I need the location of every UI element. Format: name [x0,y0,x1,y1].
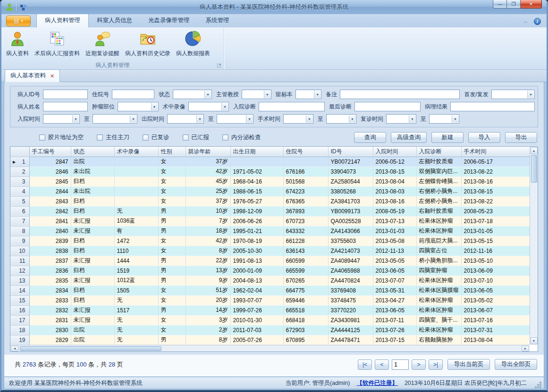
checkbox-已汇报[interactable]: 已汇报 [183,133,210,142]
table-row[interactable]: 112837未汇报1444男22岁1991-08-13660599ZA40894… [10,256,530,266]
ribbon-tab[interactable]: 病人资料管理 [36,14,89,27]
export-button[interactable]: 导出 [505,132,537,143]
row-selector-cell[interactable]: 6 [10,206,29,216]
row-selector-cell[interactable]: 15 [10,295,29,305]
ribbon-button-history-folder[interactable]: 病人资料历史记录 [122,29,173,61]
table-row[interactable]: ▶12847出院女37岁YB00721472006-05-12左额叶胶质瘤200… [10,157,530,167]
table-row[interactable]: 172831未汇报无女3岁2010-01-30668418ZA343098120… [10,315,530,325]
row-selector-cell[interactable]: 14 [10,285,29,295]
row-selector-cell[interactable]: 13 [10,275,29,285]
ribbon-button-postop-report[interactable]: 术后病人汇报资料 [32,29,83,61]
page-number-input[interactable] [392,359,409,370]
column-header[interactable]: 手工编号 [29,147,71,157]
filter-input[interactable] [354,102,421,111]
table-row[interactable]: 42844未出院女25岁1988-06-15674223338052682013… [10,186,530,196]
row-selector-cell[interactable]: ▶1 [10,157,29,167]
table-row[interactable]: 72841未汇报1036蓝男7岁2006-06-26670723QA002552… [10,216,530,226]
filter-select[interactable]: ▼ [43,114,80,124]
scroll-right-icon[interactable]: ► [522,346,529,351]
checkbox-已复诊[interactable]: 已复诊 [143,133,169,142]
tab-close-icon[interactable]: ✕ [50,74,54,78]
filter-input[interactable] [340,90,460,99]
help-info-icon[interactable]: i [534,18,541,25]
filter-select[interactable]: ▼ [167,114,204,124]
row-selector-cell[interactable]: 17 [10,315,29,325]
filter-select[interactable]: ▼ [217,114,253,124]
software-registered-link[interactable]: 【软件已注册】 [356,379,398,387]
column-header[interactable]: 住院号 [283,147,328,157]
row-selector-cell[interactable]: 11 [10,256,29,266]
filter-select[interactable]: ▼ [188,102,229,111]
collapse-ribbon-icon[interactable]: ︿ [523,20,528,24]
vertical-scroll-thumb[interactable] [531,155,537,183]
table-row[interactable]: 102838归档1110女8岁2005-10-30636143ZA4214073… [10,246,530,256]
table-row[interactable]: 152833归档无女20岁1993-07-0765944633748475201… [10,295,530,305]
export-all-pages-button[interactable]: 导出全部页 [495,359,537,370]
advanced-query-button[interactable]: 高级查询 [391,132,427,143]
scroll-down-icon[interactable]: ▼ [531,337,538,344]
ribbon-tab[interactable]: 科室人员信息 [89,14,140,27]
table-row[interactable]: 32845归档女45岁1968-04-16501568ZA25805442013… [10,176,530,186]
row-selector-cell[interactable]: 4 [10,186,29,196]
filter-input[interactable] [450,102,535,111]
filter-select[interactable]: ▼ [118,102,159,111]
table-row[interactable]: 142834归档1505女51岁1962-02-0466477533769408… [10,285,530,295]
table-row[interactable]: 52843归档女37岁1976-05-27676365ZA38417032013… [10,196,530,206]
prev-page-button[interactable]: < [375,359,389,370]
last-page-button[interactable]: >| [429,359,443,370]
checkbox-主任主刀[interactable]: 主任主刀 [97,133,129,142]
filter-select[interactable]: ▼ [386,114,416,124]
close-button[interactable]: ✕ [521,0,542,8]
title-bar[interactable]: 病人基本资料 - 某某医院神经外科-神经外科数据管理系统 —❐✕ [1,0,547,14]
column-header[interactable]: 性别 [158,147,185,157]
minimize-button[interactable]: — [493,0,507,8]
column-header[interactable]: 术中录像 [114,147,158,157]
filter-select[interactable]: ▼ [173,90,212,99]
table-row[interactable]: 132835未汇报1012蓝男9岁2004-08-13670265ZA44708… [10,275,530,285]
row-selector-cell[interactable]: 5 [10,196,29,206]
row-selector-cell[interactable]: 3 [10,176,29,186]
checkbox-box-icon[interactable] [183,134,189,141]
row-selector-cell[interactable]: 16 [10,305,29,315]
filter-select[interactable]: ▼ [242,90,271,99]
dialog-launcher-icon[interactable] [217,63,221,67]
checkbox-box-icon[interactable] [97,134,103,141]
filter-select[interactable]: ▼ [283,114,313,124]
column-header[interactable]: 状态 [71,147,114,157]
new-button[interactable]: 新建 [431,132,464,143]
table-row[interactable]: 122836归档1519男13岁2000-01-09665599ZA406598… [10,266,530,275]
next-page-button[interactable]: > [412,359,426,370]
filter-input[interactable] [259,102,325,111]
ribbon-button-patient[interactable]: 病人资料 [3,29,32,61]
row-selector-cell[interactable]: 9 [10,236,29,246]
column-header[interactable]: 入院诊断 [416,147,461,157]
row-selector-cell[interactable]: 18 [10,325,29,335]
checkbox-box-icon[interactable] [39,134,45,141]
horizontal-scroll-thumb[interactable] [20,346,161,351]
column-header[interactable]: 就诊年龄 [185,147,230,157]
first-page-button[interactable]: |< [358,359,372,370]
checkbox-box-icon[interactable] [143,134,149,141]
column-header[interactable]: 入院时间 [373,147,416,157]
ribbon-button-followup-reminder[interactable]: 近期复诊提醒 [83,29,122,61]
scroll-up-icon[interactable]: ▲ [531,147,538,154]
checkbox-胶片地址为空[interactable]: 胶片地址为空 [39,133,84,142]
ribbon-tab[interactable]: 光盘录像带管理 [140,14,198,27]
row-selector-cell[interactable]: 19 [10,335,29,345]
filter-select[interactable]: ▼ [326,114,356,124]
horizontal-scrollbar[interactable]: ◄ ► [10,345,530,351]
vertical-scrollbar[interactable]: ▲ ▼ [530,147,538,345]
query-button[interactable]: 查询 [354,132,386,143]
table-row[interactable]: 182830出院无女2岁2011-07-03672903ZA4444125201… [10,325,530,335]
row-selector-cell[interactable]: 2 [10,167,29,176]
table-row[interactable]: 62842归档无男10岁1998-12-09367893YB0099173200… [10,206,530,216]
scroll-left-icon[interactable]: ◄ [11,346,18,351]
filter-select[interactable]: ▼ [429,114,459,124]
filter-select[interactable]: ▼ [295,90,321,99]
checkbox-box-icon[interactable] [222,134,228,141]
resize-grip-icon[interactable] [537,384,539,386]
table-row[interactable]: 82840未汇报有男18岁1995-01-21643332ZA414306620… [10,226,530,236]
column-header[interactable]: 手术时间 [461,147,530,157]
ribbon-button-pie-chart[interactable]: 病人数据报表 [173,29,213,61]
import-button[interactable]: 导入 [468,132,500,143]
